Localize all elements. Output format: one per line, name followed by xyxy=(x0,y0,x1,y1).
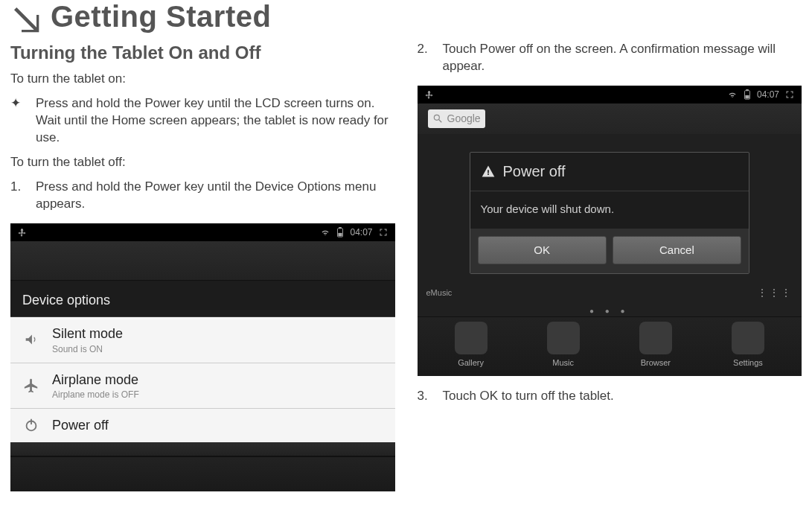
section-arrow-icon xyxy=(10,4,40,31)
step-number: 1. xyxy=(10,179,27,213)
airplane-icon xyxy=(21,377,42,394)
option-sublabel: Sound is ON xyxy=(52,343,123,355)
search-icon xyxy=(432,113,443,124)
dock-app-emusic-label: eMusic xyxy=(426,287,453,299)
status-left-icons xyxy=(425,90,434,99)
pager-dots: ● ● ● xyxy=(418,303,802,316)
usb-icon xyxy=(18,228,27,237)
svg-point-8 xyxy=(434,115,439,121)
fullscreen-icon xyxy=(379,228,388,237)
step-number: 3. xyxy=(418,388,434,405)
dock-label: Music xyxy=(552,357,574,369)
power-icon xyxy=(21,417,42,433)
dock-label: Browser xyxy=(641,357,671,369)
dock-app-settings[interactable]: Settings xyxy=(732,322,764,369)
page-heading: Getting Started xyxy=(51,0,271,34)
option-airplane-mode[interactable]: Airplane mode Airplane mode is OFF xyxy=(10,363,395,409)
intro-off: To turn the tablet off: xyxy=(10,154,395,171)
step1-text: Press and hold the Power key until the D… xyxy=(36,179,395,213)
power-off-dialog: Power off Your device will shut down. OK… xyxy=(470,152,750,275)
device-options-title: Device options xyxy=(10,281,395,317)
star-bullet-icon: ✦ xyxy=(10,95,27,147)
dock-label: Settings xyxy=(733,357,763,369)
warning-icon xyxy=(481,164,496,179)
svg-rect-1 xyxy=(339,227,342,229)
star-item-text: Press and hold the Power key until the L… xyxy=(36,95,395,147)
svg-rect-6 xyxy=(746,89,749,91)
right-column: 2. Touch Power off on the screen. A conf… xyxy=(418,38,802,491)
left-column: Turning the Tablet On and Off To turn th… xyxy=(10,38,395,491)
svg-rect-4 xyxy=(31,419,32,424)
battery-icon xyxy=(336,227,344,238)
option-sublabel: Airplane mode is OFF xyxy=(52,389,139,401)
dock-app-gallery[interactable]: Gallery xyxy=(455,322,487,369)
status-bar: 04:07 xyxy=(10,223,395,241)
option-label: Power off xyxy=(52,416,109,434)
volume-icon xyxy=(21,331,42,348)
status-left-icons xyxy=(18,228,27,237)
option-label: Airplane mode xyxy=(52,371,139,389)
svg-rect-7 xyxy=(745,95,749,98)
dock-app-browser[interactable]: Browser xyxy=(639,322,672,369)
dock-label: Gallery xyxy=(458,357,484,369)
dialog-body: Your device will shut down. xyxy=(470,191,749,229)
device-options-screenshot: 04:07 Device options Silent mode Sound i… xyxy=(10,223,395,491)
cancel-button[interactable]: Cancel xyxy=(613,236,741,264)
status-bar: 04:07 xyxy=(418,86,802,103)
step3-text: Touch OK to turn off the tablet. xyxy=(443,388,802,405)
wifi-icon xyxy=(320,228,330,237)
battery-icon xyxy=(744,89,751,100)
ok-button[interactable]: OK xyxy=(478,236,607,264)
step-number: 2. xyxy=(418,41,434,75)
svg-rect-2 xyxy=(339,233,342,236)
search-placeholder: Google xyxy=(447,112,481,126)
usb-icon xyxy=(425,90,434,99)
svg-line-9 xyxy=(438,120,441,123)
power-off-dialog-screenshot: 04:07 Google Power off xyxy=(418,86,802,376)
status-time: 04:07 xyxy=(757,89,779,101)
option-silent-mode[interactable]: Silent mode Sound is ON xyxy=(10,317,395,363)
step2-text: Touch Power off on the screen. A confirm… xyxy=(443,41,802,75)
wifi-icon xyxy=(727,90,738,99)
apps-grid-icon[interactable]: ⋮⋮⋮ xyxy=(757,286,793,300)
fullscreen-icon xyxy=(785,90,794,99)
dock-app-music[interactable]: Music xyxy=(547,322,580,369)
search-box[interactable]: Google xyxy=(428,109,485,128)
option-label: Silent mode xyxy=(52,325,123,342)
subheading: Turning the Tablet On and Off xyxy=(10,41,395,65)
status-time: 04:07 xyxy=(350,226,372,238)
option-power-off[interactable]: Power off xyxy=(10,409,395,442)
dialog-title: Power off xyxy=(503,162,566,182)
intro-on: To turn the tablet on: xyxy=(10,71,395,88)
